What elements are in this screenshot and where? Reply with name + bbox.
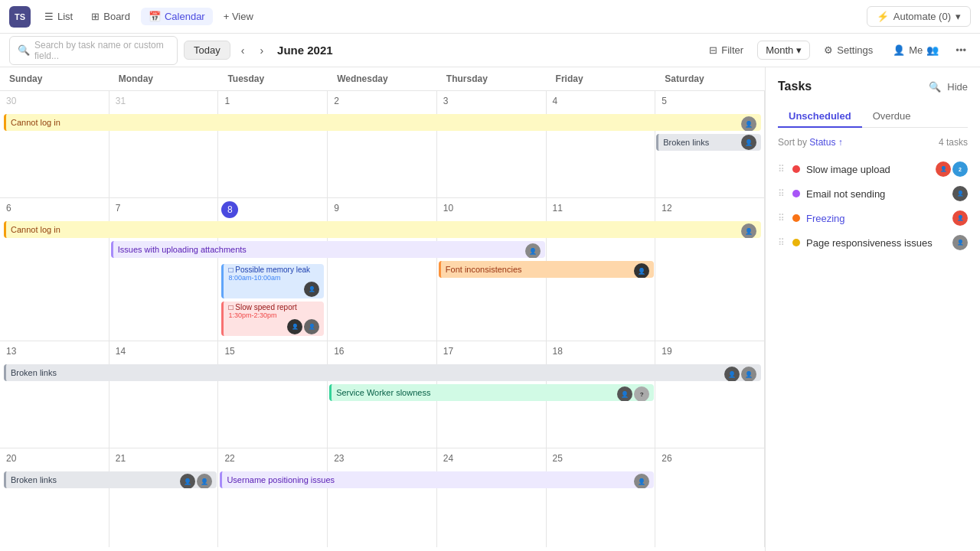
day-header-sun: Sunday [0,67,109,90]
filter-icon: ⊟ [709,44,717,56]
day-cell-6[interactable]: 6 [0,198,109,341]
day-cell-23[interactable]: 23 [328,448,437,547]
tab-unscheduled[interactable]: Unscheduled [778,106,862,128]
task-name-2: Email not sending [806,188,946,200]
nav-board[interactable]: ⊞ Board [83,8,138,25]
status-dot-2 [792,190,800,197]
day-cell-9[interactable]: 9 [328,198,437,341]
list-icon: ☰ [44,11,54,22]
event-slow-speed[interactable]: □ Slow speed report 1:30pm-2:30pm 👤 👤 [221,302,324,336]
day-cell-20[interactable]: 20 [0,448,109,547]
settings-button[interactable]: ⚙ Settings [816,41,880,59]
calendar-icon: 📅 [149,11,161,22]
day-cell-2[interactable]: 2 [328,91,437,197]
automate-icon: ⚡ [877,11,889,22]
sort-field-link[interactable]: Status ↑ [809,137,842,148]
task-item-1[interactable]: ⠿ Slow image upload 👤 2 [778,157,968,181]
day-cell-10[interactable]: 10 [437,198,547,341]
nav-calendar[interactable]: 📅 Calendar [141,8,213,25]
tasks-tabs: Unscheduled Overdue [778,106,968,128]
day-cell-1[interactable]: 1 [218,91,328,197]
day-cell-11[interactable]: 11 [547,198,656,341]
toolbar: 🔍 Search by task name or custom field...… [0,34,980,67]
next-arrow[interactable]: › [255,41,268,60]
nav-calendar-label: Calendar [165,11,205,22]
day-cell-5[interactable]: 5 [655,91,765,197]
top-nav: TS ☰ List ⊞ Board 📅 Calendar + View ⚡ Au… [0,0,980,34]
chevron-down-icon: ▾ [956,11,961,22]
today-button[interactable]: Today [184,41,230,60]
panel-actions: 🔍 Hide [929,81,968,93]
day-cell-7[interactable]: 7 [109,198,219,341]
task-item-2[interactable]: ⠿ Email not sending 👤 [778,181,968,206]
task-list: ⠿ Slow image upload 👤 2 ⠿ Email not send… [778,157,968,255]
add-view-btn[interactable]: + View [216,8,261,25]
day-cell-17[interactable]: 17 [437,341,547,448]
day-headers: Sunday Monday Tuesday Wednesday Thursday… [0,67,765,91]
calendar-area: Sunday Monday Tuesday Wednesday Thursday… [0,67,766,551]
day-cell-3[interactable]: 3 [437,91,547,197]
week-row-1: 30 31 1 2 3 4 5 Cannot log in 👤 [0,91,765,198]
day-cell-16[interactable]: 16 [328,341,437,448]
day-cell-18[interactable]: 18 [547,341,656,448]
day-cell-8-today[interactable]: 8 □ Possible memory leak 8:00am-10:00am … [218,198,328,341]
task-item-4[interactable]: ⠿ Page responsiveness issues 👤 [778,230,968,255]
nav-list[interactable]: ☰ List [37,8,80,25]
day-header-sat: Saturday [655,67,765,90]
prev-arrow[interactable]: ‹ [237,41,250,60]
day-header-wed: Wednesday [328,67,437,90]
day-cell-26[interactable]: 26 [655,448,765,547]
me-button[interactable]: 👤 Me 👥 [887,41,945,59]
day-header-tue: Tuesday [218,67,328,90]
day-cell-31[interactable]: 31 [109,91,219,197]
day-cell-30[interactable]: 30 [0,91,109,197]
status-dot-3 [792,214,800,222]
drag-handle[interactable]: ⠿ [778,164,785,174]
day-cell-15[interactable]: 15 [218,341,328,448]
week-row-2: 6 7 8 □ Possible memory leak 8:00am-10:0… [0,198,765,341]
task-name-3[interactable]: Freezing [806,213,946,224]
task-avatar-4: 👤 [952,235,968,250]
search-icon: 🔍 [18,44,30,56]
day-header-mon: Monday [109,67,219,90]
settings-icon: ⚙ [824,44,833,56]
drag-handle[interactable]: ⠿ [778,213,785,223]
day-cell-14[interactable]: 14 [109,341,219,448]
task-avatar-3: 👤 [952,210,968,226]
day-cell-12[interactable]: 12 [655,198,765,341]
task-item-3[interactable]: ⠿ Freezing 👤 [778,206,968,230]
status-dot-4 [792,239,800,246]
tab-overdue[interactable]: Overdue [862,106,922,128]
more-options-button[interactable]: ••• [951,41,971,59]
hide-button[interactable]: Hide [947,81,968,93]
nav-board-label: Board [103,11,130,22]
calendar-grid: 30 31 1 2 3 4 5 Cannot log in 👤 [0,91,765,547]
day-cell-25[interactable]: 25 [547,448,656,547]
task-name-1: Slow image upload [806,164,929,175]
task-avatar-2: 👤 [952,186,968,201]
day-cell-24[interactable]: 24 [437,448,547,547]
event-possible-memory[interactable]: □ Possible memory leak 8:00am-10:00am 👤 [221,264,324,298]
search-icon[interactable]: 🔍 [929,81,941,93]
automate-button[interactable]: ⚡ Automate (0) ▾ [867,6,971,27]
drag-handle[interactable]: ⠿ [778,188,785,199]
app-icon: TS [9,6,31,28]
search-placeholder: Search by task name or custom field... [34,40,169,61]
day-cell-4[interactable]: 4 [547,91,656,197]
day-cell-13[interactable]: 13 [0,341,109,448]
day-cell-22[interactable]: 22 [218,448,328,547]
day-cell-19[interactable]: 19 [655,341,765,448]
tasks-count: 4 tasks [939,137,968,148]
status-dot-1 [792,165,800,173]
day-header-thu: Thursday [437,67,547,90]
day-cell-21[interactable]: 21 [109,448,219,547]
month-view-button[interactable]: Month ▾ [757,41,810,60]
search-box[interactable]: 🔍 Search by task name or custom field... [9,36,178,65]
task-name-4: Page responsiveness issues [806,237,946,249]
sort-label: Sort by Status ↑ [778,137,843,148]
panel-title: Tasks [778,80,812,93]
board-icon: ⊞ [91,11,100,22]
filter-button[interactable]: ⊟ Filter [701,41,751,59]
users-icon: 👥 [926,44,939,56]
drag-handle[interactable]: ⠿ [778,237,785,248]
